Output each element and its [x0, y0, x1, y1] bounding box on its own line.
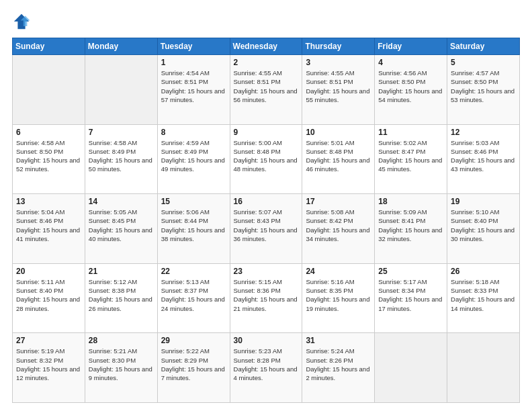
- day-cell: 18Sunrise: 5:09 AM Sunset: 8:41 PM Dayli…: [375, 194, 447, 264]
- day-number: 11: [378, 128, 443, 137]
- day-info: Sunrise: 5:23 AM Sunset: 8:28 PM Dayligh…: [234, 347, 299, 382]
- day-info: Sunrise: 5:18 AM Sunset: 8:33 PM Dayligh…: [451, 277, 516, 313]
- day-number: 8: [161, 128, 226, 137]
- header-tuesday: Tuesday: [157, 38, 230, 55]
- day-number: 9: [234, 128, 299, 137]
- day-number: 7: [89, 128, 154, 137]
- day-info: Sunrise: 5:03 AM Sunset: 8:46 PM Dayligh…: [451, 138, 516, 174]
- day-cell: 29Sunrise: 5:22 AM Sunset: 8:29 PM Dayli…: [157, 333, 230, 403]
- header: [12, 12, 520, 31]
- day-number: 31: [306, 336, 371, 345]
- day-info: Sunrise: 5:21 AM Sunset: 8:30 PM Dayligh…: [89, 347, 154, 382]
- day-info: Sunrise: 5:15 AM Sunset: 8:36 PM Dayligh…: [234, 277, 299, 313]
- day-cell: 12Sunrise: 5:03 AM Sunset: 8:46 PM Dayli…: [447, 124, 520, 194]
- day-info: Sunrise: 4:56 AM Sunset: 8:50 PM Dayligh…: [378, 68, 443, 104]
- day-number: 26: [451, 267, 516, 276]
- day-number: 29: [161, 336, 226, 345]
- day-info: Sunrise: 5:10 AM Sunset: 8:40 PM Dayligh…: [451, 208, 516, 243]
- day-info: Sunrise: 5:19 AM Sunset: 8:32 PM Dayligh…: [16, 347, 81, 382]
- day-cell: 27Sunrise: 5:19 AM Sunset: 8:32 PM Dayli…: [13, 333, 85, 403]
- day-cell: 30Sunrise: 5:23 AM Sunset: 8:28 PM Dayli…: [230, 333, 302, 403]
- day-cell: 5Sunrise: 4:57 AM Sunset: 8:50 PM Daylig…: [447, 55, 520, 125]
- day-number: 19: [451, 197, 516, 206]
- day-cell: 10Sunrise: 5:01 AM Sunset: 8:48 PM Dayli…: [302, 124, 375, 194]
- week-row-0: 1Sunrise: 4:54 AM Sunset: 8:51 PM Daylig…: [13, 55, 520, 125]
- day-cell: [375, 333, 447, 403]
- day-cell: 15Sunrise: 5:06 AM Sunset: 8:44 PM Dayli…: [157, 194, 230, 264]
- calendar-header-row: SundayMondayTuesdayWednesdayThursdayFrid…: [13, 38, 520, 55]
- week-row-1: 6Sunrise: 4:58 AM Sunset: 8:50 PM Daylig…: [13, 124, 520, 194]
- day-info: Sunrise: 5:17 AM Sunset: 8:34 PM Dayligh…: [378, 277, 443, 313]
- day-info: Sunrise: 5:07 AM Sunset: 8:43 PM Dayligh…: [234, 208, 299, 243]
- logo: [12, 12, 34, 31]
- header-sunday: Sunday: [13, 38, 85, 55]
- day-number: 14: [89, 197, 154, 206]
- day-number: 12: [451, 128, 516, 137]
- day-cell: [447, 333, 520, 403]
- day-info: Sunrise: 5:00 AM Sunset: 8:48 PM Dayligh…: [234, 138, 299, 174]
- day-cell: 7Sunrise: 4:58 AM Sunset: 8:49 PM Daylig…: [85, 124, 157, 194]
- day-cell: 11Sunrise: 5:02 AM Sunset: 8:47 PM Dayli…: [375, 124, 447, 194]
- day-cell: 20Sunrise: 5:11 AM Sunset: 8:40 PM Dayli…: [13, 263, 85, 333]
- day-number: 5: [451, 58, 516, 67]
- day-info: Sunrise: 4:54 AM Sunset: 8:51 PM Dayligh…: [161, 68, 226, 104]
- week-row-4: 27Sunrise: 5:19 AM Sunset: 8:32 PM Dayli…: [13, 333, 520, 403]
- day-number: 22: [161, 267, 226, 276]
- day-cell: 23Sunrise: 5:15 AM Sunset: 8:36 PM Dayli…: [230, 263, 302, 333]
- day-cell: 24Sunrise: 5:16 AM Sunset: 8:35 PM Dayli…: [302, 263, 375, 333]
- day-cell: 21Sunrise: 5:12 AM Sunset: 8:38 PM Dayli…: [85, 263, 157, 333]
- day-cell: 13Sunrise: 5:04 AM Sunset: 8:46 PM Dayli…: [13, 194, 85, 264]
- day-info: Sunrise: 5:01 AM Sunset: 8:48 PM Dayligh…: [306, 138, 371, 174]
- day-info: Sunrise: 4:55 AM Sunset: 8:51 PM Dayligh…: [306, 68, 371, 104]
- day-number: 21: [89, 267, 154, 276]
- day-number: 25: [378, 267, 443, 276]
- page: SundayMondayTuesdayWednesdayThursdayFrid…: [0, 0, 532, 411]
- day-cell: 8Sunrise: 4:59 AM Sunset: 8:49 PM Daylig…: [157, 124, 230, 194]
- day-cell: 3Sunrise: 4:55 AM Sunset: 8:51 PM Daylig…: [302, 55, 375, 125]
- day-number: 6: [16, 128, 81, 137]
- logo-icon: [12, 12, 31, 31]
- header-saturday: Saturday: [447, 38, 520, 55]
- day-number: 4: [378, 58, 443, 67]
- day-info: Sunrise: 4:59 AM Sunset: 8:49 PM Dayligh…: [161, 138, 226, 174]
- day-cell: 17Sunrise: 5:08 AM Sunset: 8:42 PM Dayli…: [302, 194, 375, 264]
- day-cell: 6Sunrise: 4:58 AM Sunset: 8:50 PM Daylig…: [13, 124, 85, 194]
- day-info: Sunrise: 5:02 AM Sunset: 8:47 PM Dayligh…: [378, 138, 443, 174]
- day-cell: [85, 55, 157, 125]
- day-number: 20: [16, 267, 81, 276]
- day-cell: 19Sunrise: 5:10 AM Sunset: 8:40 PM Dayli…: [447, 194, 520, 264]
- day-info: Sunrise: 5:13 AM Sunset: 8:37 PM Dayligh…: [161, 277, 226, 313]
- day-number: 18: [378, 197, 443, 206]
- day-cell: 26Sunrise: 5:18 AM Sunset: 8:33 PM Dayli…: [447, 263, 520, 333]
- day-number: 2: [234, 58, 299, 67]
- day-cell: 9Sunrise: 5:00 AM Sunset: 8:48 PM Daylig…: [230, 124, 302, 194]
- day-info: Sunrise: 5:16 AM Sunset: 8:35 PM Dayligh…: [306, 277, 371, 313]
- day-number: 1: [161, 58, 226, 67]
- day-number: 16: [234, 197, 299, 206]
- day-info: Sunrise: 4:58 AM Sunset: 8:50 PM Dayligh…: [16, 138, 81, 174]
- day-number: 13: [16, 197, 81, 206]
- day-info: Sunrise: 5:22 AM Sunset: 8:29 PM Dayligh…: [161, 347, 226, 382]
- day-cell: [13, 55, 85, 125]
- day-cell: 2Sunrise: 4:55 AM Sunset: 8:51 PM Daylig…: [230, 55, 302, 125]
- day-cell: 22Sunrise: 5:13 AM Sunset: 8:37 PM Dayli…: [157, 263, 230, 333]
- day-info: Sunrise: 5:04 AM Sunset: 8:46 PM Dayligh…: [16, 208, 81, 243]
- day-cell: 4Sunrise: 4:56 AM Sunset: 8:50 PM Daylig…: [375, 55, 447, 125]
- day-info: Sunrise: 5:08 AM Sunset: 8:42 PM Dayligh…: [306, 208, 371, 243]
- day-cell: 28Sunrise: 5:21 AM Sunset: 8:30 PM Dayli…: [85, 333, 157, 403]
- header-thursday: Thursday: [302, 38, 375, 55]
- day-info: Sunrise: 5:11 AM Sunset: 8:40 PM Dayligh…: [16, 277, 81, 313]
- day-number: 24: [306, 267, 371, 276]
- week-row-3: 20Sunrise: 5:11 AM Sunset: 8:40 PM Dayli…: [13, 263, 520, 333]
- day-number: 10: [306, 128, 371, 137]
- header-wednesday: Wednesday: [230, 38, 302, 55]
- day-info: Sunrise: 5:06 AM Sunset: 8:44 PM Dayligh…: [161, 208, 226, 243]
- day-info: Sunrise: 4:58 AM Sunset: 8:49 PM Dayligh…: [89, 138, 154, 174]
- day-number: 30: [234, 336, 299, 345]
- header-friday: Friday: [375, 38, 447, 55]
- day-info: Sunrise: 5:12 AM Sunset: 8:38 PM Dayligh…: [89, 277, 154, 313]
- day-cell: 16Sunrise: 5:07 AM Sunset: 8:43 PM Dayli…: [230, 194, 302, 264]
- day-cell: 25Sunrise: 5:17 AM Sunset: 8:34 PM Dayli…: [375, 263, 447, 333]
- day-number: 23: [234, 267, 299, 276]
- header-monday: Monday: [85, 38, 157, 55]
